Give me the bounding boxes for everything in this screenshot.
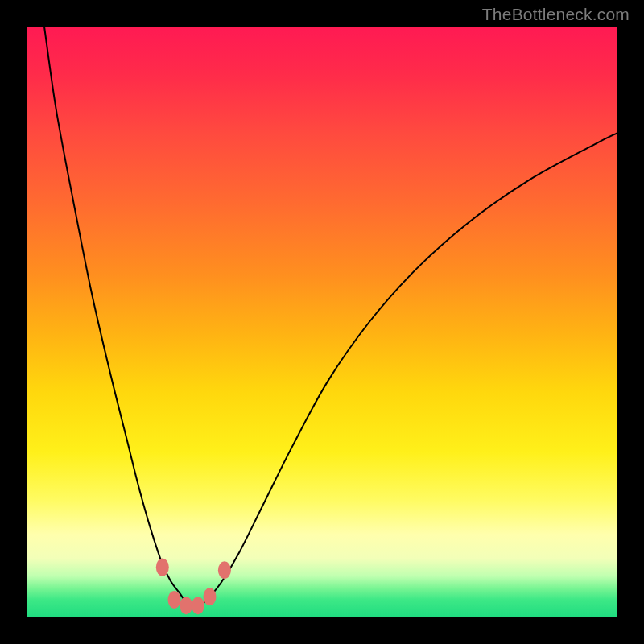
chart-markers — [156, 559, 231, 615]
dot-left-upper — [156, 559, 169, 576]
dot-bottom-2 — [192, 597, 204, 614]
chart-plot-area — [27, 27, 617, 617]
dot-right-mid — [204, 588, 217, 605]
chart-frame: TheBottleneck.com — [0, 0, 644, 644]
chart-svg — [27, 27, 617, 617]
dot-right-upper — [218, 561, 231, 579]
bottleneck-curve — [44, 27, 617, 606]
dot-bottom-1 — [180, 597, 192, 614]
watermark-text: TheBottleneck.com — [482, 5, 630, 24]
dot-left-mid — [168, 591, 181, 609]
